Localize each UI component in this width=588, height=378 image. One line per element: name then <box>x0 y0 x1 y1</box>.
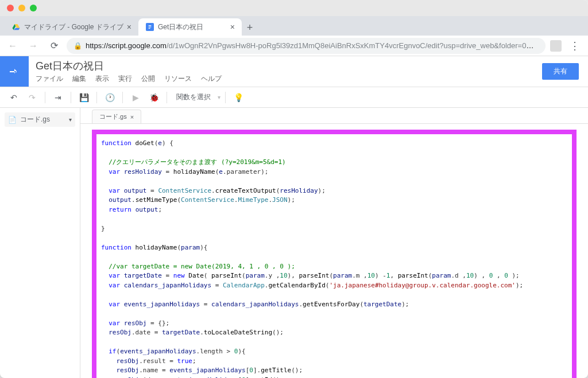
separator <box>167 92 167 103</box>
forward-button[interactable]: → <box>25 38 41 54</box>
script-icon <box>145 22 154 32</box>
menu-edit[interactable]: 編集 <box>72 74 86 84</box>
save-button[interactable]: 💾 <box>76 89 92 106</box>
tab-close-icon[interactable]: × <box>230 22 235 32</box>
main-area: 📄 コード.gs ▾ コード.gs × function doGet(e) { … <box>0 108 588 378</box>
editor-area: コード.gs × function doGet(e) { //クエリーパラメータ… <box>80 108 588 378</box>
separator <box>122 92 123 103</box>
toolbar: ↶ ↷ ⇥ 💾 🕐 ▶ 🐞 関数を選択 ▾ 💡 <box>0 87 588 108</box>
chevron-down-icon[interactable]: ▾ <box>69 116 72 123</box>
app-logo[interactable] <box>0 56 29 87</box>
window-minimize-button[interactable] <box>18 5 25 11</box>
window-maximize-button[interactable] <box>30 5 37 11</box>
menu-resources[interactable]: リソース <box>164 74 192 84</box>
close-icon[interactable]: × <box>130 114 134 120</box>
function-selector[interactable]: 関数を選択 <box>172 90 215 104</box>
browser-window: マイドライブ - Google ドライブ × Get日本の祝日 × + ← → … <box>0 0 588 378</box>
file-icon: 📄 <box>8 116 17 124</box>
tab-close-icon[interactable]: × <box>127 22 131 32</box>
menu-file[interactable]: ファイル <box>36 74 63 84</box>
separator <box>96 92 97 103</box>
reload-button[interactable]: ⟳ <box>46 38 62 54</box>
clock-button[interactable]: 🕐 <box>102 89 118 106</box>
debug-button[interactable]: 🐞 <box>146 89 162 106</box>
sidebar-file-item[interactable]: 📄 コード.gs ▾ <box>5 112 75 127</box>
lightbulb-icon[interactable]: 💡 <box>230 89 246 106</box>
menu-run[interactable]: 実行 <box>118 74 132 84</box>
address-bar: ← → ⟳ 🔒 https://script.google.com/d/1wOg… <box>0 36 588 56</box>
back-button[interactable]: ← <box>5 38 21 54</box>
window-titlebar <box>0 0 588 16</box>
editor-tab[interactable]: コード.gs × <box>92 110 141 123</box>
url-input[interactable]: 🔒 https://script.google.com/d/1wOgnR2VnP… <box>67 38 546 54</box>
menu-help[interactable]: ヘルプ <box>201 74 222 84</box>
extension-icon[interactable] <box>550 40 562 52</box>
dropdown-icon: ▾ <box>218 94 220 100</box>
separator <box>225 92 226 103</box>
drive-icon <box>11 22 21 32</box>
browser-tab[interactable]: マイドライブ - Google ドライブ × <box>5 18 138 36</box>
run-button[interactable]: ▶ <box>127 89 144 106</box>
browser-tabs: マイドライブ - Google ドライブ × Get日本の祝日 × + <box>0 16 588 36</box>
undo-button[interactable]: ↶ <box>6 89 22 106</box>
app-header: Get日本の祝日 ファイル 編集 表示 実行 公開 リソース ヘルプ 共有 <box>0 56 588 87</box>
share-button[interactable]: 共有 <box>542 63 579 80</box>
app-title-area: Get日本の祝日 ファイル 編集 表示 実行 公開 リソース ヘルプ <box>29 56 533 87</box>
editor-tab-label: コード.gs <box>99 112 127 121</box>
lock-icon: 🔒 <box>74 42 82 50</box>
app-menu-bar: ファイル 編集 表示 実行 公開 リソース ヘルプ <box>36 74 526 84</box>
separator <box>71 92 71 103</box>
code-highlight-box: function doGet(e) { //クエリーパラメータをそのまま渡す (… <box>92 130 577 378</box>
tab-title: Get日本の祝日 <box>158 22 203 32</box>
editor-tabs: コード.gs × <box>80 108 588 124</box>
url-text: https://script.google.com/d/1wOgnR2VnPgw… <box>86 41 539 50</box>
browser-tab[interactable]: Get日本の祝日 × <box>138 18 242 36</box>
indent-button[interactable]: ⇥ <box>50 89 66 106</box>
browser-menu-icon[interactable]: ⋮ <box>566 40 583 52</box>
code-editor[interactable]: function doGet(e) { //クエリーパラメータをそのまま渡す (… <box>80 124 588 378</box>
code-content: function doGet(e) { //クエリーパラメータをそのまま渡す (… <box>101 139 567 378</box>
redo-button[interactable]: ↷ <box>24 89 40 106</box>
menu-view[interactable]: 表示 <box>95 74 109 84</box>
separator <box>45 92 45 103</box>
project-title[interactable]: Get日本の祝日 <box>36 59 526 73</box>
file-name: コード.gs <box>20 115 50 124</box>
tab-title: マイドライブ - Google ドライブ <box>24 22 123 32</box>
window-close-button[interactable] <box>7 5 14 11</box>
new-tab-button[interactable]: + <box>242 20 258 36</box>
file-sidebar: 📄 コード.gs ▾ <box>0 108 80 378</box>
menu-publish[interactable]: 公開 <box>141 74 155 84</box>
